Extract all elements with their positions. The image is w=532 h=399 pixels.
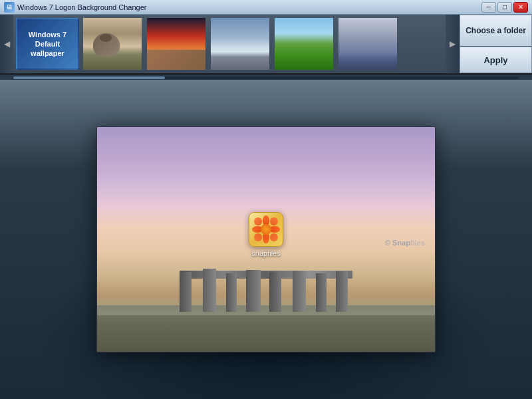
app-icon: 🖥 <box>4 2 15 13</box>
preview-area: © Snapfiles <box>0 80 532 399</box>
thumbnail-scrollbar <box>0 74 532 80</box>
scrollbar-track[interactable] <box>13 76 519 79</box>
thumb-image-3 <box>211 18 269 70</box>
top-panel: ◀ Windows 7Defaultwallpaper <box>0 15 532 74</box>
title-bar: 🖥 Windows 7 Logon Background Changer ─ □… <box>0 0 532 15</box>
login-icon-container: snapfiles <box>249 212 283 257</box>
window-title: Windows 7 Logon Background Changer <box>17 3 481 11</box>
scrollbar-thumb[interactable] <box>13 76 165 79</box>
thumbnail-4[interactable] <box>273 17 334 71</box>
thumbnail-5[interactable] <box>337 17 398 71</box>
thumbnail-2[interactable] <box>146 17 207 71</box>
apply-button[interactable]: Apply <box>460 47 532 73</box>
thumbnail-default[interactable]: Windows 7Defaultwallpaper <box>16 18 79 70</box>
thumb-image-4 <box>275 18 333 70</box>
window-content: ◀ Windows 7Defaultwallpaper <box>0 15 532 399</box>
thumb-image-2 <box>147 18 205 70</box>
thumb-image-5 <box>338 18 397 70</box>
thumbnail-area: ◀ Windows 7Defaultwallpaper <box>0 15 459 73</box>
preview-background: © Snapfiles <box>97 127 435 352</box>
scroll-left-button[interactable]: ◀ <box>0 15 13 73</box>
flower-center <box>261 224 271 235</box>
default-wp-label: Windows 7Defaultwallpaper <box>29 30 66 59</box>
thumbnails-list: Windows 7Defaultwallpaper <box>13 15 446 73</box>
thumbnail-3[interactable] <box>209 17 271 71</box>
preview-frame: © Snapfiles <box>96 126 436 352</box>
minimize-button[interactable]: ─ <box>481 2 496 13</box>
right-sidebar: Choose a folder Apply Settings <box>459 15 532 73</box>
watermark: © Snapfiles <box>385 235 425 249</box>
thumbnail-1[interactable] <box>82 17 143 71</box>
scroll-right-button[interactable]: ▶ <box>446 15 459 73</box>
thumb-image-1 <box>83 18 142 70</box>
login-icon-box <box>249 212 283 247</box>
login-label: snapfiles <box>251 249 280 257</box>
window-controls: ─ □ ✕ <box>481 2 528 13</box>
choose-folder-button[interactable]: Choose a folder <box>460 15 532 47</box>
close-button[interactable]: ✕ <box>513 2 528 13</box>
maximize-button[interactable]: □ <box>497 2 512 13</box>
